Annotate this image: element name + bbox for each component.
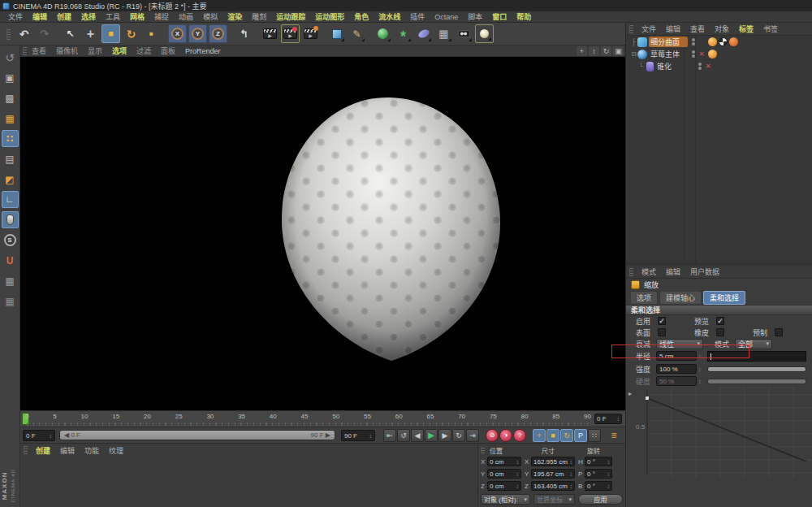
checkbox[interactable] <box>716 328 724 336</box>
attribute-tab[interactable]: 柔和选择 <box>703 291 745 305</box>
menu-item[interactable]: 窗口 <box>487 11 512 22</box>
falloff-curve-editor[interactable]: ▸ 0.5 <box>626 387 812 480</box>
menu-item[interactable]: Octane <box>430 13 463 21</box>
magnet-snap-icon[interactable]: U <box>2 252 19 269</box>
tree-branch[interactable]: ⊟ <box>630 50 637 58</box>
attribute-tab[interactable]: 选项 <box>630 291 658 305</box>
next-frame-button[interactable]: ▶ <box>438 429 451 442</box>
attribute-manager-grip[interactable] <box>629 268 633 276</box>
viewport-canvas[interactable] <box>20 57 625 410</box>
title-bar[interactable]: CINEMA 4D R19.068 Studio (RC - R19) - [未… <box>0 0 812 11</box>
object-row[interactable]: ⊟ 草莓主体 ✕ <box>626 48 812 60</box>
visibility-dots[interactable] <box>689 38 698 46</box>
position-field[interactable]: 0 cm↕ <box>487 481 521 491</box>
object-manager-menu-item[interactable]: 查看 <box>685 24 710 34</box>
viewport-menu-item[interactable]: ProRender <box>180 47 226 55</box>
light-object-icon[interactable] <box>475 24 494 43</box>
menu-item[interactable]: 流水线 <box>374 11 405 22</box>
menu-item[interactable]: 工具 <box>101 11 125 22</box>
tweak-mouse-icon[interactable] <box>2 211 19 228</box>
points-mode-icon[interactable]: ∷ <box>2 130 19 147</box>
viewport-menu-item[interactable]: 面板 <box>156 46 180 56</box>
preview-range-slider[interactable]: ◀ 0 F 90 F ▶ <box>59 430 335 440</box>
menu-item[interactable]: 渲染 <box>222 11 247 22</box>
attribute-menu-item[interactable]: 模式 <box>637 266 661 277</box>
object-tag-icon[interactable] <box>719 37 728 46</box>
size-field[interactable]: 195.67 cm↕ <box>531 469 575 479</box>
timeline-options-icon[interactable]: ≡ <box>607 429 620 442</box>
previous-key-button[interactable]: ↺ <box>397 429 410 442</box>
object-name[interactable]: 细分曲面 <box>649 37 688 47</box>
visibility-dots[interactable] <box>689 50 698 58</box>
rotation-field[interactable]: 0 °↕ <box>585 457 612 466</box>
object-tag-icon[interactable] <box>708 37 717 46</box>
checkbox[interactable] <box>775 328 783 336</box>
model-mode-icon[interactable]: ▣ <box>2 69 19 86</box>
rotation-field[interactable]: 0 °↕ <box>585 481 612 491</box>
camera-object-icon[interactable] <box>455 24 473 43</box>
attribute-menu-item[interactable]: 用户数据 <box>685 266 724 277</box>
workplane-lock-icon[interactable]: ▦ <box>2 272 19 289</box>
menu-item[interactable]: 运动图形 <box>310 11 349 22</box>
lock-x-axis-icon[interactable]: X <box>168 24 187 43</box>
coordinates-grip[interactable] <box>481 447 485 453</box>
viewport-menu-item[interactable]: 显示 <box>83 46 107 56</box>
zoom-view-icon[interactable]: ↕ <box>589 46 599 56</box>
material-menu-item[interactable]: 编辑 <box>55 445 80 456</box>
rotation-field[interactable]: 0 °↕ <box>585 469 612 479</box>
key-position-toggle[interactable]: + <box>533 429 546 442</box>
move-tool-icon[interactable]: + <box>81 24 100 43</box>
spinner-icon[interactable]: ↕ <box>369 433 373 439</box>
interactive-workplane-icon[interactable]: ▦ <box>2 292 19 310</box>
object-row[interactable]: ├ 细分曲面 <box>626 36 812 48</box>
size-field[interactable]: 163.405 cm↕ <box>531 481 575 491</box>
snap-settings-icon[interactable]: S <box>2 232 19 249</box>
checkbox[interactable] <box>658 328 666 336</box>
object-tag-icon[interactable] <box>708 50 717 58</box>
enable-axis-icon[interactable]: ∟ <box>2 191 19 208</box>
object-tag-icon[interactable] <box>729 37 738 46</box>
coordinate-mode-dropdown[interactable]: 对象 (相对)▾ <box>481 494 530 505</box>
range-end-field[interactable]: 90 F↕ <box>341 430 375 441</box>
menu-item[interactable]: 文件 <box>3 11 28 22</box>
spinner-icon[interactable]: ↕ <box>617 416 620 422</box>
coordinate-system-icon[interactable]: ↰ <box>235 24 253 43</box>
object-manager-menu-item[interactable]: 标签 <box>734 24 758 34</box>
material-menu-grip[interactable] <box>24 446 28 454</box>
scale-tool-icon[interactable]: ■ <box>102 24 120 43</box>
spinner-icon[interactable]: ↕ <box>698 366 702 372</box>
enable-toggle[interactable]: ✕ <box>698 50 706 58</box>
section-header[interactable]: 柔和选择 <box>626 305 812 315</box>
menu-item[interactable]: 网格 <box>125 11 149 22</box>
strength-field[interactable]: 100 % <box>656 364 697 374</box>
menu-item[interactable]: 雕刻 <box>247 11 271 22</box>
previous-frame-button[interactable]: ◀ <box>411 429 424 442</box>
goto-end-button[interactable]: ⇥ <box>466 429 479 442</box>
spline-primitive-icon[interactable] <box>414 24 433 43</box>
record-keyframe-button[interactable]: ⊘ <box>486 429 499 442</box>
menu-item[interactable]: 创建 <box>52 11 76 22</box>
checkbox[interactable]: ✓ <box>658 317 666 325</box>
render-settings-icon[interactable]: ▶ <box>301 24 320 43</box>
position-field[interactable]: 0 cm↕ <box>487 457 521 466</box>
strawberry-model[interactable] <box>20 57 625 410</box>
size-field[interactable]: 162.955 cm↕ <box>531 457 575 466</box>
pan-view-icon[interactable]: + <box>577 46 587 56</box>
toolbar-grip[interactable] <box>6 28 11 40</box>
timeline-ruler[interactable]: 051015202530354045505560657075808590 0 F… <box>20 410 625 427</box>
render-view-icon[interactable]: ▶ <box>261 24 279 43</box>
deformer-icon[interactable]: * <box>394 24 412 43</box>
current-frame-field[interactable]: 0 F↕ <box>594 414 622 424</box>
keyframe-selection-button[interactable]: ? <box>513 429 526 442</box>
menu-item[interactable]: 捕捉 <box>149 11 174 22</box>
menu-item[interactable]: 动画 <box>174 11 198 22</box>
menu-item[interactable]: 模拟 <box>198 11 222 22</box>
object-manager-menu-item[interactable]: 书签 <box>758 24 783 34</box>
spinner-icon[interactable]: ↕ <box>50 433 53 439</box>
key-rotation-toggle[interactable]: ↻ <box>560 429 573 442</box>
range-start-field[interactable]: 0 F↕ <box>23 430 55 441</box>
texture-mode-icon[interactable]: ▩ <box>2 89 19 106</box>
tree-branch[interactable]: └ <box>637 63 645 70</box>
toggle-panels-icon[interactable]: ▣ <box>613 46 624 56</box>
add-cube-object-icon[interactable] <box>327 24 346 43</box>
